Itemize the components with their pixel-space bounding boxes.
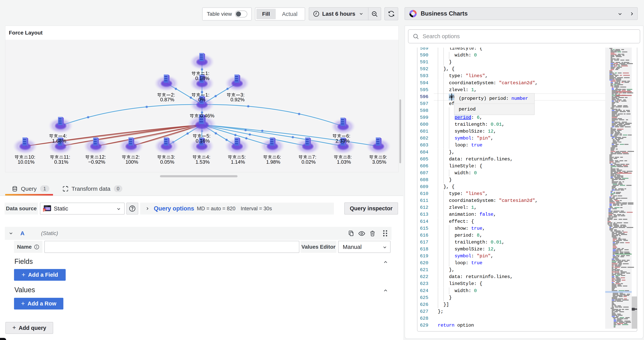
svg-text:0.05%: 0.05%: [160, 159, 174, 165]
svg-text:1.53%: 1.53%: [196, 159, 210, 165]
svg-text:0.87%: 0.87%: [160, 97, 174, 102]
svg-text:1.98%: 1.98%: [266, 159, 280, 165]
svg-text::0.46%: :0.46%: [199, 113, 214, 119]
svg-text:1:: 1:: [205, 92, 210, 98]
svg-text:0.18%: 0.18%: [195, 75, 210, 81]
svg-text:js: js: [44, 209, 45, 211]
svg-text:−0.92%: −0.92%: [88, 159, 105, 165]
svg-text:0.02%: 0.02%: [302, 159, 316, 165]
svg-text:100%: 100%: [126, 159, 138, 165]
svg-text:0%: 0%: [198, 97, 206, 102]
svg-text:0.31%: 0.31%: [54, 159, 68, 165]
svg-text:0.16%: 0.16%: [196, 138, 210, 144]
svg-text:1.14%: 1.14%: [231, 159, 245, 165]
svg-text:3.05%: 3.05%: [372, 159, 386, 165]
svg-text:0.92%: 0.92%: [230, 97, 244, 102]
svg-text:1.03%: 1.03%: [337, 159, 351, 165]
svg-text:1.68%: 1.68%: [52, 138, 66, 144]
svg-text:2.33%: 2.33%: [336, 138, 350, 144]
svg-text:10.01%: 10.01%: [18, 159, 34, 165]
